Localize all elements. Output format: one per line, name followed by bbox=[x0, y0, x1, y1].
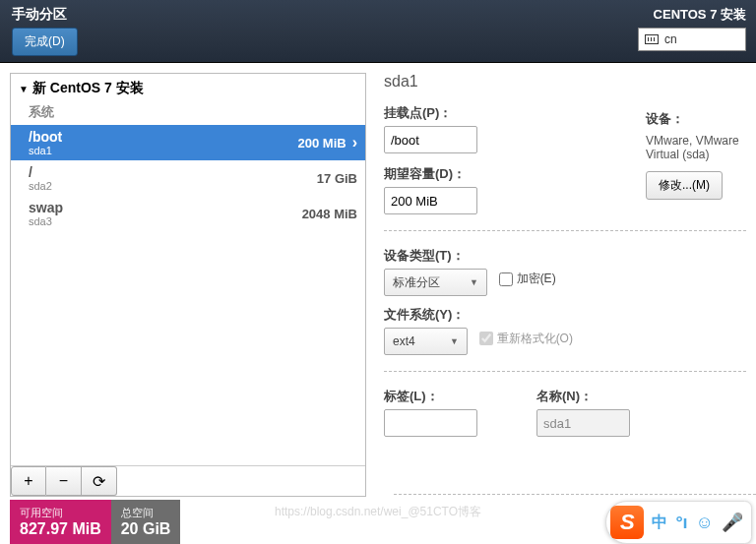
capacity-label: 期望容量(D)： bbox=[384, 165, 477, 183]
keyboard-layout-selector[interactable]: cn bbox=[638, 28, 746, 51]
divider bbox=[394, 494, 756, 495]
device-type-value: 标准分区 bbox=[393, 274, 440, 291]
devices-block: 设备： VMware, VMware Virtual (sda) 修改...(M… bbox=[646, 110, 756, 200]
reformat-label: 重新格式化(O) bbox=[497, 331, 573, 347]
total-label: 总空间 bbox=[121, 506, 171, 520]
encrypt-checkbox-row[interactable]: 加密(E) bbox=[499, 271, 556, 287]
mountpoint-path: / bbox=[29, 164, 281, 180]
total-value: 20 GiB bbox=[121, 520, 171, 538]
collapse-icon: ▼ bbox=[19, 84, 29, 94]
mountpoint-path: /boot bbox=[29, 129, 270, 145]
devices-label: 设备： bbox=[646, 110, 756, 128]
ime-mode[interactable]: 中 bbox=[652, 513, 667, 533]
dropdown-icon: ▼ bbox=[450, 336, 459, 346]
filesystem-select[interactable]: ext4 ▼ bbox=[384, 328, 468, 355]
device-type-select[interactable]: 标准分区 ▼ bbox=[384, 269, 487, 296]
main-area: ▼ 新 CentOS 7 安装 系统 /boot sda1 200 MiB › … bbox=[0, 63, 756, 497]
encrypt-checkbox[interactable] bbox=[499, 272, 513, 286]
filesystem-value: ext4 bbox=[393, 334, 415, 348]
dropdown-icon: ▼ bbox=[470, 277, 478, 287]
installer-title: CENTOS 7 安装 bbox=[638, 6, 746, 24]
add-partition-button[interactable]: + bbox=[11, 466, 46, 496]
modify-devices-button[interactable]: 修改...(M) bbox=[646, 171, 723, 200]
name-input bbox=[536, 409, 630, 437]
header-right: CENTOS 7 安装 cn bbox=[638, 6, 746, 51]
reformat-checkbox[interactable] bbox=[479, 332, 493, 345]
divider bbox=[384, 230, 746, 231]
device-type-label: 设备类型(T)： bbox=[384, 247, 746, 265]
partition-toolbar: + − ⟳ bbox=[11, 465, 365, 496]
available-value: 827.97 MiB bbox=[20, 520, 101, 538]
ime-mic-icon[interactable]: 🎤 bbox=[722, 512, 743, 533]
partition-details-panel: sda1 挂载点(P)： 期望容量(D)： 设备： VMware, VMware… bbox=[370, 63, 756, 497]
space-footer: 可用空间 827.97 MiB 总空间 20 GiB bbox=[10, 500, 180, 544]
installer-header: 手动分区 完成(D) CENTOS 7 安装 cn bbox=[0, 0, 756, 63]
encrypt-label: 加密(E) bbox=[517, 271, 556, 287]
watermark-text: https://blog.csdn.net/wei_@51CTO博客 bbox=[275, 504, 481, 520]
mountpoint-row-root[interactable]: / sda2 17 GiB bbox=[11, 160, 365, 196]
mountpoint-input[interactable] bbox=[384, 126, 477, 153]
label-input[interactable] bbox=[384, 409, 477, 437]
divider bbox=[384, 371, 746, 372]
name-label: 名称(N)： bbox=[536, 388, 630, 405]
mountpoint-row-boot[interactable]: /boot sda1 200 MiB › bbox=[11, 125, 365, 160]
mountpoint-path: swap bbox=[29, 200, 281, 215]
capacity-input[interactable] bbox=[384, 187, 477, 214]
keyboard-icon bbox=[645, 34, 659, 44]
available-label: 可用空间 bbox=[20, 506, 101, 520]
remove-partition-button[interactable]: − bbox=[46, 466, 82, 496]
total-space-block: 总空间 20 GiB bbox=[111, 500, 181, 544]
mountpoint-size: 200 MiB bbox=[270, 136, 346, 151]
available-space-block: 可用空间 827.97 MiB bbox=[10, 500, 111, 544]
chevron-right-icon: › bbox=[352, 134, 357, 151]
mountpoint-size: 17 GiB bbox=[281, 171, 357, 186]
mountpoint-row-swap[interactable]: swap sda3 2048 MiB bbox=[11, 196, 365, 231]
devices-text: VMware, VMware Virtual (sda) bbox=[646, 134, 756, 161]
tree-section-system: 系统 bbox=[11, 101, 365, 125]
done-button[interactable]: 完成(D) bbox=[12, 28, 78, 56]
label-label: 标签(L)： bbox=[384, 388, 477, 405]
mountpoint-device: sda1 bbox=[29, 145, 270, 156]
header-left: 手动分区 完成(D) bbox=[12, 6, 78, 56]
page-title: 手动分区 bbox=[12, 6, 78, 24]
partition-tree-panel: ▼ 新 CentOS 7 安装 系统 /boot sda1 200 MiB › … bbox=[0, 63, 370, 497]
ime-logo-icon: S bbox=[610, 506, 644, 539]
ime-toolbar[interactable]: S 中 °ı ☺ 🎤 bbox=[605, 501, 752, 544]
refresh-button[interactable]: ⟳ bbox=[82, 466, 117, 496]
install-root-label: 新 CentOS 7 安装 bbox=[32, 80, 144, 97]
ime-face-icon[interactable]: ☺ bbox=[696, 513, 714, 533]
install-root-node[interactable]: ▼ 新 CentOS 7 安装 bbox=[11, 74, 365, 101]
mountpoint-size: 2048 MiB bbox=[281, 207, 357, 221]
reformat-checkbox-row[interactable]: 重新格式化(O) bbox=[479, 331, 573, 347]
mountpoint-label: 挂载点(P)： bbox=[384, 104, 477, 122]
keyboard-layout-text: cn bbox=[664, 32, 677, 46]
details-heading: sda1 bbox=[384, 73, 746, 91]
partition-tree: ▼ 新 CentOS 7 安装 系统 /boot sda1 200 MiB › … bbox=[10, 73, 366, 497]
filesystem-label: 文件系统(Y)： bbox=[384, 306, 746, 324]
mountpoint-device: sda3 bbox=[29, 215, 281, 227]
ime-punct-icon[interactable]: °ı bbox=[675, 513, 687, 533]
mountpoint-device: sda2 bbox=[29, 180, 281, 192]
